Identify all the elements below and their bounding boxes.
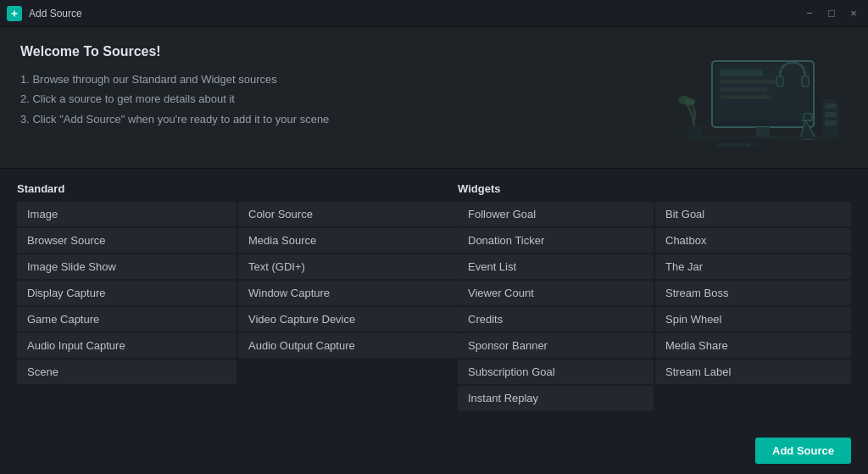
svg-rect-17 xyxy=(804,114,812,120)
svg-rect-23 xyxy=(739,143,744,146)
svg-rect-15 xyxy=(825,120,837,125)
standard-item-audio-output-capture[interactable]: Audio Output Capture xyxy=(238,333,458,358)
widgets-label: Widgets xyxy=(458,182,851,195)
svg-rect-20 xyxy=(719,143,724,146)
svg-rect-6 xyxy=(721,95,771,99)
standard-item-game-capture[interactable]: Game Capture xyxy=(17,307,236,332)
svg-rect-3 xyxy=(721,70,763,76)
widget-columns: Follower GoalDonation TickerEvent ListVi… xyxy=(458,202,851,429)
widget-item-follower-goal[interactable]: Follower Goal xyxy=(458,202,654,226)
sources-columns: Standard ImageBrowser SourceImage Slide … xyxy=(17,182,851,429)
standard-section: Standard ImageBrowser SourceImage Slide … xyxy=(17,182,458,429)
svg-rect-14 xyxy=(825,112,837,117)
svg-rect-7 xyxy=(756,127,770,136)
widgets-section: Widgets Follower GoalDonation TickerEven… xyxy=(458,182,851,429)
standard-label: Standard xyxy=(17,182,458,195)
svg-rect-21 xyxy=(726,143,731,146)
titlebar: Add Source − □ × xyxy=(0,0,868,27)
standard-item-color-source[interactable]: Color Source xyxy=(238,202,458,226)
widget-item-stream-boss[interactable]: Stream Boss xyxy=(655,281,851,305)
widget-item-sponsor-banner[interactable]: Sponsor Banner xyxy=(458,333,654,358)
standard-item-display-capture[interactable]: Display Capture xyxy=(17,281,236,305)
widget-item-bit-goal[interactable]: Bit Goal xyxy=(655,202,851,226)
standard-item-video-capture-device[interactable]: Video Capture Device xyxy=(238,307,458,332)
svg-rect-22 xyxy=(732,143,737,146)
standard-item-window-capture[interactable]: Window Capture xyxy=(238,281,458,305)
welcome-text: Welcome To Sources! 1. Browse through ou… xyxy=(20,44,648,129)
widget-item-instant-replay[interactable]: Instant Replay xyxy=(458,386,654,410)
standard-columns: ImageBrowser SourceImage Slide ShowDispl… xyxy=(17,202,458,429)
app-icon xyxy=(7,6,22,21)
standard-item-browser-source[interactable]: Browser Source xyxy=(17,228,236,253)
standard-col-1: ImageBrowser SourceImage Slide ShowDispl… xyxy=(17,202,236,429)
widget-item-media-share[interactable]: Media Share xyxy=(655,333,851,358)
welcome-step-1: 1. Browse through our Standard and Widge… xyxy=(20,70,648,89)
welcome-illustration xyxy=(661,44,848,154)
svg-rect-25 xyxy=(776,76,783,86)
svg-rect-4 xyxy=(721,80,780,84)
welcome-step-3: 3. Click "Add Source" when you're ready … xyxy=(20,109,648,129)
svg-rect-13 xyxy=(825,103,837,109)
svg-rect-5 xyxy=(721,87,767,92)
standard-col-2: Color SourceMedia SourceText (GDI+)Windo… xyxy=(238,202,458,429)
widget-col-2: Bit GoalChatboxThe JarStream BossSpin Wh… xyxy=(655,202,851,429)
window-title: Add Source xyxy=(29,8,802,20)
widget-item-chatbox[interactable]: Chatbox xyxy=(655,228,851,253)
minimize-button[interactable]: − xyxy=(802,6,817,21)
add-source-button[interactable]: Add Source xyxy=(755,438,851,464)
widget-item-event-list[interactable]: Event List xyxy=(458,254,654,279)
widget-item-subscription-goal[interactable]: Subscription Goal xyxy=(458,360,654,384)
svg-point-11 xyxy=(685,98,695,105)
svg-rect-26 xyxy=(802,76,809,86)
main-content: Welcome To Sources! 1. Browse through ou… xyxy=(0,27,868,474)
widget-item-viewer-count[interactable]: Viewer Count xyxy=(458,281,654,305)
widget-col-1: Follower GoalDonation TickerEvent ListVi… xyxy=(458,202,654,429)
standard-item-audio-input-capture[interactable]: Audio Input Capture xyxy=(17,333,236,358)
svg-rect-9 xyxy=(687,125,702,137)
svg-rect-24 xyxy=(746,143,751,146)
widget-item-the-jar[interactable]: The Jar xyxy=(655,254,851,279)
welcome-steps: 1. Browse through our Standard and Widge… xyxy=(20,70,648,129)
welcome-step-2: 2. Click a source to get more details ab… xyxy=(20,89,648,109)
widget-item-stream-label[interactable]: Stream Label xyxy=(655,360,851,384)
svg-rect-18 xyxy=(687,137,835,139)
widget-item-donation-ticker[interactable]: Donation Ticker xyxy=(458,228,654,253)
window-controls: − □ × xyxy=(802,6,861,21)
standard-item-media-source[interactable]: Media Source xyxy=(238,228,458,253)
welcome-title: Welcome To Sources! xyxy=(20,44,648,59)
standard-item-image[interactable]: Image xyxy=(17,202,236,226)
widget-item-spin-wheel[interactable]: Spin Wheel xyxy=(655,307,851,332)
standard-item-image-slide-show[interactable]: Image Slide Show xyxy=(17,254,236,279)
standard-item-text-(gdi+)[interactable]: Text (GDI+) xyxy=(238,254,458,279)
standard-item-scene[interactable]: Scene xyxy=(17,360,236,384)
close-button[interactable]: × xyxy=(846,6,861,21)
footer: Add Source xyxy=(0,429,868,474)
widget-item-credits[interactable]: Credits xyxy=(458,307,654,332)
welcome-section: Welcome To Sources! 1. Browse through ou… xyxy=(0,27,868,169)
sources-section: Standard ImageBrowser SourceImage Slide … xyxy=(0,169,868,429)
maximize-button[interactable]: □ xyxy=(824,6,839,21)
